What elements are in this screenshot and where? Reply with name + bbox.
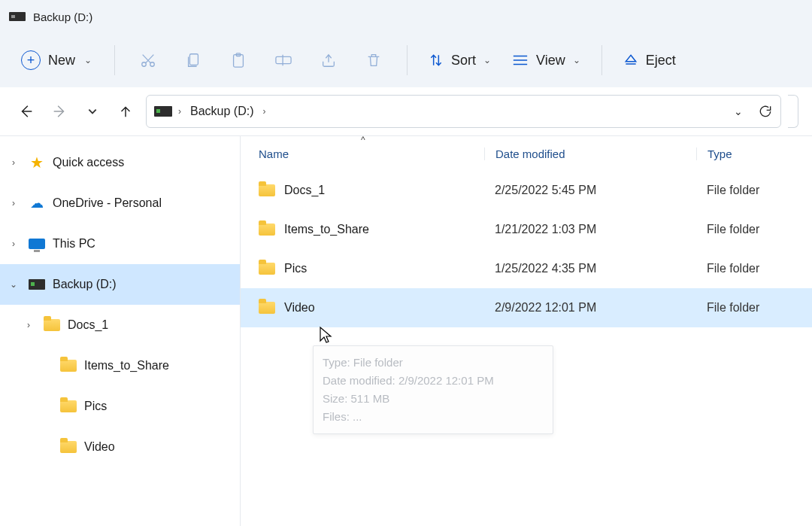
file-name: Docs_1 [284, 184, 325, 197]
column-headers: Name Date modified Type [241, 136, 812, 171]
file-type: File folder [696, 223, 812, 236]
tooltip-line: Date modified: 2/9/2022 12:01 PM [323, 372, 544, 390]
file-name: Items_to_Share [284, 223, 369, 236]
sidebar-label: Items_to_Share [84, 359, 169, 372]
drive-icon [154, 106, 172, 117]
view-label: View [536, 53, 565, 68]
cut-button[interactable] [127, 45, 169, 75]
expand-chevron-icon[interactable]: › [6, 239, 21, 249]
separator [407, 45, 408, 75]
new-button[interactable]: + New ⌄ [15, 44, 102, 76]
folder-icon [259, 184, 275, 196]
separator [601, 45, 602, 75]
file-date: 2/25/2022 5:45 PM [484, 184, 696, 197]
share-button[interactable] [308, 45, 350, 75]
sort-icon [429, 53, 444, 68]
sidebar-item-folder[interactable]: Pics [0, 386, 240, 427]
sidebar-item-folder[interactable]: Video [0, 427, 240, 467]
column-header-date[interactable]: Date modified [484, 147, 696, 160]
tooltip-line: Size: 511 MB [323, 390, 544, 408]
folder-icon [44, 319, 60, 331]
sidebar-label: Quick access [53, 156, 124, 169]
file-name: Pics [284, 262, 307, 275]
search-box-edge[interactable] [788, 95, 798, 128]
drive-icon [29, 279, 45, 290]
file-date: 2/9/2022 12:01 PM [484, 301, 696, 315]
rename-button[interactable] [262, 45, 304, 75]
expand-chevron-icon[interactable]: › [6, 157, 21, 168]
navigation-pane: › ★ Quick access › ☁ OneDrive - Personal… [0, 136, 241, 526]
sidebar-item-this-pc[interactable]: › This PC [0, 223, 240, 264]
sort-button[interactable]: Sort ⌄ [420, 48, 500, 73]
address-history-button[interactable]: ⌄ [734, 105, 743, 117]
folder-icon [60, 360, 77, 372]
monitor-icon [29, 239, 45, 249]
sidebar-label: Pics [84, 400, 107, 413]
file-row[interactable]: Docs_1 2/25/2022 5:45 PM File folder [241, 171, 812, 210]
address-bar[interactable]: › Backup (D:) › ⌄ [146, 95, 781, 128]
view-icon [512, 53, 529, 67]
chevron-right-icon: › [178, 106, 181, 117]
drive-icon [9, 12, 26, 21]
cloud-icon: ☁ [29, 195, 45, 211]
refresh-button[interactable] [758, 104, 773, 119]
column-header-name[interactable]: Name [259, 147, 484, 160]
chevron-down-icon: ⌄ [84, 55, 92, 65]
sidebar-label: Docs_1 [68, 318, 108, 332]
sidebar-label: Video [84, 440, 115, 454]
sort-label: Sort [451, 53, 476, 68]
file-row[interactable]: Pics 1/25/2022 4:35 PM File folder [241, 249, 812, 288]
file-date: 1/25/2022 4:35 PM [484, 262, 696, 275]
recent-locations-button[interactable] [80, 99, 105, 124]
main-split: › ★ Quick access › ☁ OneDrive - Personal… [0, 135, 812, 526]
up-button[interactable] [113, 99, 138, 124]
file-list-pane: ^ Name Date modified Type Docs_1 2/25/20… [241, 136, 812, 526]
tooltip-line: Files: ... [323, 408, 544, 426]
separator [114, 45, 115, 75]
back-button[interactable] [14, 99, 39, 124]
delete-button[interactable] [353, 45, 395, 75]
file-name: Video [284, 301, 315, 315]
sidebar-item-onedrive[interactable]: › ☁ OneDrive - Personal [0, 183, 240, 223]
file-row[interactable]: Video 2/9/2022 12:01 PM File folder [241, 288, 812, 327]
sidebar-item-folder[interactable]: Items_to_Share [0, 345, 240, 386]
new-label: New [48, 53, 75, 68]
svg-rect-2 [189, 54, 198, 65]
sidebar-label: This PC [53, 237, 95, 251]
star-icon: ★ [29, 154, 45, 172]
sidebar-item-folder[interactable]: › Docs_1 [0, 305, 240, 345]
title-bar: Backup (D:) [0, 0, 812, 33]
file-type: File folder [696, 184, 812, 197]
folder-icon [60, 441, 77, 453]
sidebar-label: Backup (D:) [53, 278, 116, 291]
nav-row: › Backup (D:) › ⌄ [0, 87, 812, 135]
plus-circle-icon: + [21, 50, 41, 70]
copy-button[interactable] [172, 45, 214, 75]
window-title: Backup (D:) [33, 11, 92, 23]
file-type: File folder [696, 301, 812, 315]
file-row[interactable]: Items_to_Share 1/21/2022 1:03 PM File fo… [241, 210, 812, 249]
folder-icon [259, 263, 275, 275]
view-button[interactable]: View ⌄ [503, 48, 589, 73]
folder-icon [60, 400, 77, 412]
sidebar-item-quick-access[interactable]: › ★ Quick access [0, 142, 240, 183]
svg-point-0 [142, 62, 147, 67]
expand-chevron-icon[interactable]: › [6, 198, 21, 208]
sidebar-label: OneDrive - Personal [53, 196, 162, 210]
file-type: File folder [696, 262, 812, 275]
svg-rect-5 [276, 56, 291, 63]
eject-button[interactable]: Eject [614, 48, 685, 73]
file-date: 1/21/2022 1:03 PM [484, 223, 696, 236]
sidebar-item-backup-d[interactable]: ⌄ Backup (D:) [0, 264, 240, 305]
collapse-chevron-icon[interactable]: ⌄ [6, 279, 21, 290]
paste-button[interactable] [217, 45, 259, 75]
forward-button[interactable] [47, 99, 72, 124]
expand-chevron-icon[interactable]: › [21, 320, 36, 330]
chevron-down-icon: ⌄ [573, 55, 580, 65]
breadcrumb-item[interactable]: Backup (D:) [187, 103, 256, 120]
cursor-icon [319, 326, 334, 344]
toolbar: + New ⌄ [0, 33, 812, 87]
eject-icon [623, 53, 638, 68]
column-header-type[interactable]: Type [696, 147, 812, 160]
svg-point-1 [150, 62, 155, 67]
